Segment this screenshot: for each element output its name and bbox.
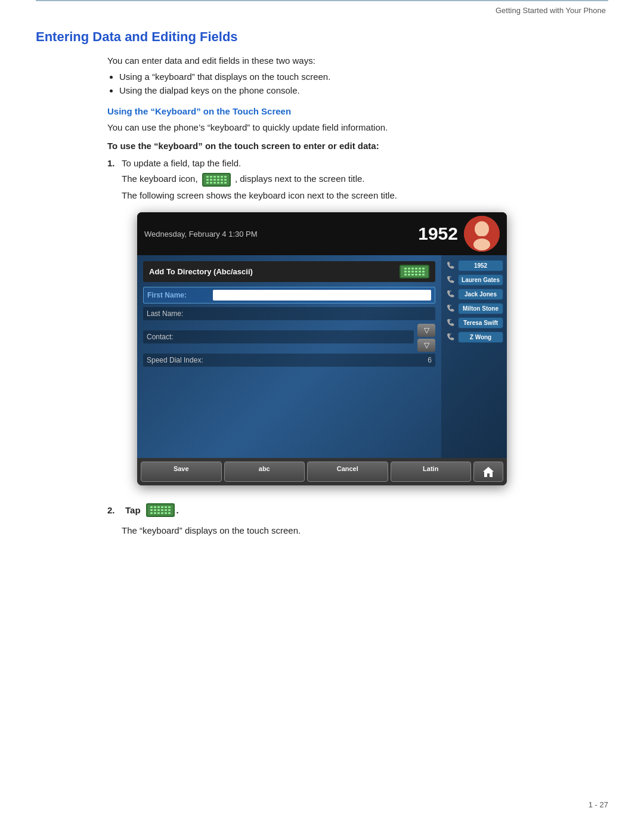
- bullet-item-1: Using a “keyboard” that displays on the …: [119, 72, 608, 82]
- svg-marker-9: [483, 467, 494, 477]
- sidebar-button-milton-stone[interactable]: Milton Stone: [445, 303, 503, 314]
- bullet-list: Using a “keyboard” that displays on the …: [119, 72, 608, 95]
- sidebar-button-z-wong[interactable]: Z Wong: [445, 332, 503, 343]
- page-content: Entering Data and Editing Fields You can…: [0, 17, 644, 580]
- step-1-number: 1.: [107, 158, 122, 168]
- sidebar-button-teresa-swift[interactable]: Teresa Swift: [445, 317, 503, 329]
- phone-avatar: [464, 216, 500, 252]
- step-1-sub1-after: , displays next to the screen title.: [235, 174, 365, 184]
- step-1-sub2: The following screen shows the keyboard …: [122, 190, 608, 200]
- footer-home-button[interactable]: [473, 462, 503, 482]
- step-1-sub1: The keyboard icon, , displays next to th…: [122, 173, 608, 187]
- sidebar-label-3: Milton Stone: [458, 303, 503, 314]
- header-bar: Getting Started with Your Phone: [36, 0, 608, 17]
- step-2-tap: Tap: [125, 505, 141, 515]
- intro-text: You can enter data and edit fields in th…: [107, 55, 608, 66]
- sidebar-label-2: Jack Jones: [458, 289, 503, 300]
- footer-cancel-button[interactable]: Cancel: [307, 462, 388, 482]
- phone-date-time: Wednesday, February 4 1:30 PM: [144, 230, 418, 239]
- avatar-image: [464, 216, 500, 252]
- phone-header: Wednesday, February 4 1:30 PM 1952: [137, 212, 507, 255]
- contact-row-container: Contact: ▽ ▽: [143, 324, 435, 354]
- last-name-field[interactable]: Last Name:: [143, 307, 435, 320]
- last-name-label: Last Name:: [147, 309, 212, 318]
- sub-heading: Using the “Keyboard” on the Touch Screen: [107, 106, 608, 116]
- phone-footer: Save abc Cancel Latin: [137, 458, 507, 485]
- footer-latin-button[interactable]: Latin: [391, 462, 472, 482]
- sidebar-button-lauren-gates[interactable]: Lauren Gates: [445, 274, 503, 286]
- scroll-down-button[interactable]: ▽: [417, 339, 435, 352]
- phone-line-icon-0: [445, 261, 456, 271]
- svg-point-1: [475, 221, 489, 237]
- scroll-arrows: ▽ ▽: [417, 324, 435, 354]
- phone-line-icon-5: [445, 332, 456, 343]
- phone-line-icon-1: [445, 275, 456, 286]
- step-2-number: 2.: [107, 505, 125, 515]
- sidebar-label-4: Teresa Swift: [458, 317, 503, 329]
- first-name-input[interactable]: [213, 290, 431, 301]
- step-1-text: To update a field, tap the field.: [122, 158, 608, 168]
- speed-dial-value: 6: [428, 356, 432, 364]
- step-2-body: The “keyboard” displays on the touch scr…: [122, 525, 608, 535]
- contact-field[interactable]: Contact:: [143, 330, 414, 343]
- phone-line-icon-3: [445, 304, 456, 314]
- sidebar-label-1: Lauren Gates: [458, 274, 503, 286]
- page-number: 1 - 27: [589, 800, 608, 809]
- step-2-after: .: [177, 505, 179, 515]
- phone-extension: 1952: [418, 224, 458, 244]
- phone-line-icon-4: [445, 318, 456, 329]
- keyboard-icon-step2: [146, 503, 175, 517]
- bullet-item-2: Using the dialpad keys on the phone cons…: [119, 85, 608, 95]
- home-icon: [482, 465, 495, 478]
- down-arrow-icon: ▽: [424, 341, 429, 350]
- sidebar-button-jack-jones[interactable]: Jack Jones: [445, 289, 503, 300]
- phone-topbar-label: Add To Directory (Abc/ascii): [149, 267, 253, 276]
- svg-point-3: [473, 239, 490, 250]
- phone-keyboard-button[interactable]: [400, 265, 429, 278]
- phone-topbar: Add To Directory (Abc/ascii): [143, 261, 435, 282]
- scroll-up-button[interactable]: ▽: [417, 324, 435, 337]
- step-1: 1. To update a field, tap the field.: [107, 158, 608, 168]
- phone-mockup: Wednesday, February 4 1:30 PM 1952 Add: [137, 212, 507, 485]
- bold-instruction: To use the “keyboard” on the touch scree…: [107, 141, 608, 151]
- header-text: Getting Started with Your Phone: [36, 6, 608, 17]
- contact-label: Contact:: [147, 333, 212, 341]
- sub-heading-body: You can use the phone’s “keyboard” to qu…: [107, 122, 608, 132]
- sidebar-label-5: Z Wong: [458, 332, 503, 343]
- phone-sidebar: 1952 Lauren Gates Jack Jones: [441, 255, 507, 458]
- keyboard-icon-inline-1: [202, 173, 231, 187]
- sidebar-button-1952[interactable]: 1952: [445, 260, 503, 271]
- footer-abc-button[interactable]: abc: [224, 462, 305, 482]
- phone-line-icon-2: [445, 289, 456, 300]
- phone-body: Add To Directory (Abc/ascii) First Name:…: [137, 255, 507, 458]
- sidebar-label-0: 1952: [458, 260, 503, 271]
- speed-dial-label: Speed Dial Index:: [147, 356, 212, 364]
- phone-main: Add To Directory (Abc/ascii) First Name:…: [137, 255, 441, 458]
- footer-save-button[interactable]: Save: [141, 462, 222, 482]
- step-2: 2. Tap .: [107, 503, 608, 517]
- up-arrow-icon: ▽: [424, 326, 429, 335]
- first-name-label: First Name:: [147, 291, 213, 299]
- section-title: Entering Data and Editing Fields: [36, 29, 608, 45]
- first-name-field[interactable]: First Name:: [143, 287, 435, 304]
- step-1-sub1-before: The keyboard icon,: [122, 174, 198, 184]
- speed-dial-field[interactable]: Speed Dial Index: 6: [143, 354, 435, 367]
